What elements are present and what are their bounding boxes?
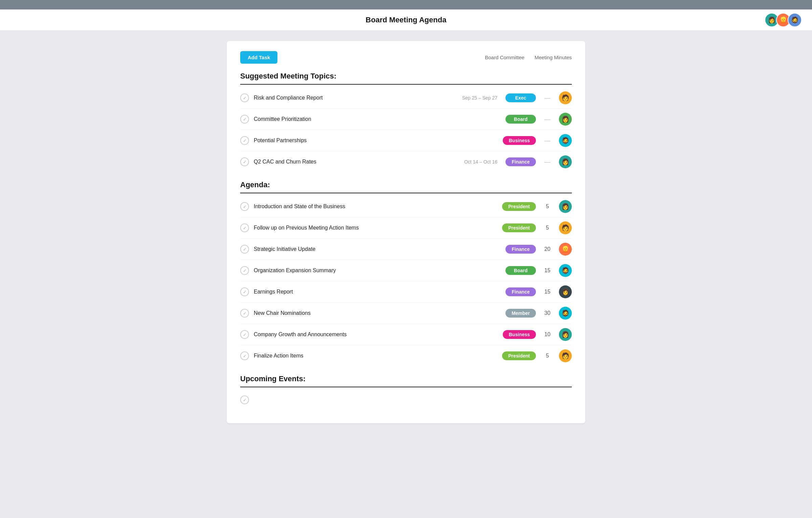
suggested-row-4: ✓ Q2 CAC and Churn Rates Oct 14 – Oct 16… xyxy=(240,151,572,172)
agenda-row-7: ✓ Company Growth and Announcements Busin… xyxy=(240,324,572,345)
task-avatar-3[interactable]: 🧔 xyxy=(559,134,572,147)
agenda-avatar-4[interactable]: 🧔 xyxy=(559,264,572,277)
agenda-name-3: Strategic Initiative Update xyxy=(254,246,501,252)
tag-business-3: Business xyxy=(503,136,536,145)
agenda-name-6: New Chair Nominations xyxy=(254,310,501,316)
agenda-tag-4: Board xyxy=(505,266,536,275)
agenda-minutes-8: 5 xyxy=(541,353,554,359)
agenda-check-2[interactable]: ✓ xyxy=(240,223,249,232)
upcoming-title: Upcoming Events: xyxy=(240,374,572,383)
agenda-row-8: ✓ Finalize Action Items President 5 🧑 xyxy=(240,345,572,366)
agenda-row-6: ✓ New Chair Nominations Member 30 🧔 xyxy=(240,303,572,324)
agenda-minutes-6: 30 xyxy=(541,310,554,316)
task-date-4: Oct 14 – Oct 16 xyxy=(450,159,497,165)
task-date-1: Sep 25 – Sep 27 xyxy=(450,95,497,101)
agenda-divider xyxy=(240,193,572,193)
upcoming-section: Upcoming Events: ✓ xyxy=(240,374,572,410)
agenda-minutes-1: 5 xyxy=(541,203,554,210)
agenda-avatar-5[interactable]: 👩 xyxy=(559,285,572,298)
agenda-name-8: Finalize Action Items xyxy=(254,353,497,359)
agenda-avatar-7[interactable]: 👩 xyxy=(559,328,572,341)
card-header: Add Task Board Committee Meeting Minutes xyxy=(240,51,572,64)
agenda-section: Agenda: ✓ Introduction and State of the … xyxy=(240,180,572,366)
suggested-row-2: ✓ Committee Prioritization Board — 👩 xyxy=(240,109,572,130)
task-dash-1: — xyxy=(541,94,554,102)
task-dash-3: — xyxy=(541,137,554,144)
tag-exec-1: Exec xyxy=(505,93,536,102)
nav-board-committee[interactable]: Board Committee xyxy=(485,55,524,60)
agenda-check-8[interactable]: ✓ xyxy=(240,351,249,360)
upcoming-divider xyxy=(240,387,572,387)
agenda-minutes-3: 20 xyxy=(541,246,554,252)
agenda-avatar-6[interactable]: 🧔 xyxy=(559,307,572,320)
check-icon-2[interactable]: ✓ xyxy=(240,115,249,124)
nav-meeting-minutes[interactable]: Meeting Minutes xyxy=(535,55,572,60)
agenda-check-3[interactable]: ✓ xyxy=(240,245,249,254)
avatar-3[interactable]: 🧔 xyxy=(788,13,802,27)
suggested-divider xyxy=(240,84,572,85)
top-bar xyxy=(0,0,812,9)
tag-board-2: Board xyxy=(505,115,536,124)
task-name-2: Committee Prioritization xyxy=(254,116,445,122)
agenda-avatar-1[interactable]: 👩 xyxy=(559,200,572,213)
agenda-minutes-5: 15 xyxy=(541,289,554,295)
agenda-avatar-2[interactable]: 🧑 xyxy=(559,221,572,234)
task-name-4: Q2 CAC and Churn Rates xyxy=(254,159,445,165)
agenda-minutes-7: 10 xyxy=(541,331,554,338)
check-icon-4[interactable]: ✓ xyxy=(240,157,249,166)
agenda-check-6[interactable]: ✓ xyxy=(240,309,249,318)
suggested-title: Suggested Meeting Topics: xyxy=(240,72,572,81)
upcoming-check-placeholder[interactable]: ✓ xyxy=(240,395,249,404)
agenda-tag-1: President xyxy=(502,202,536,211)
task-name-1: Risk and Compliance Report xyxy=(254,95,445,101)
agenda-row-4: ✓ Organization Expansion Summary Board 1… xyxy=(240,260,572,281)
agenda-row-3: ✓ Strategic Initiative Update Finance 20… xyxy=(240,239,572,260)
agenda-minutes-4: 15 xyxy=(541,267,554,274)
add-task-button[interactable]: Add Task xyxy=(240,51,277,64)
upcoming-placeholder-row: ✓ xyxy=(240,390,572,410)
task-dash-4: — xyxy=(541,158,554,166)
agenda-avatar-8[interactable]: 🧑 xyxy=(559,349,572,362)
agenda-tag-5: Finance xyxy=(505,287,536,296)
agenda-check-4[interactable]: ✓ xyxy=(240,266,249,275)
nav-links: Board Committee Meeting Minutes xyxy=(485,55,572,60)
agenda-name-4: Organization Expansion Summary xyxy=(254,267,501,274)
agenda-tag-2: President xyxy=(502,223,536,232)
agenda-row-1: ✓ Introduction and State of the Business… xyxy=(240,196,572,217)
task-avatar-1[interactable]: 🧑 xyxy=(559,91,572,104)
main-content: Add Task Board Committee Meeting Minutes… xyxy=(220,41,592,423)
agenda-avatar-3[interactable]: 👱 xyxy=(559,243,572,256)
check-icon-1[interactable]: ✓ xyxy=(240,93,249,102)
agenda-row-5: ✓ Earnings Report Finance 15 👩 xyxy=(240,281,572,303)
agenda-name-2: Follow up on Previous Meeting Action Ite… xyxy=(254,225,497,231)
task-name-3: Potential Partnerships xyxy=(254,137,443,144)
check-icon-3[interactable]: ✓ xyxy=(240,136,249,145)
agenda-title: Agenda: xyxy=(240,180,572,189)
agenda-row-2: ✓ Follow up on Previous Meeting Action I… xyxy=(240,217,572,239)
agenda-name-7: Company Growth and Announcements xyxy=(254,331,498,338)
task-avatar-4[interactable]: 👩 xyxy=(559,155,572,168)
agenda-check-1[interactable]: ✓ xyxy=(240,202,249,211)
task-avatar-2[interactable]: 👩 xyxy=(559,113,572,126)
task-dash-2: — xyxy=(541,116,554,123)
agenda-name-5: Earnings Report xyxy=(254,289,501,295)
suggested-row-1: ✓ Risk and Compliance Report Sep 25 – Se… xyxy=(240,87,572,109)
header: Board Meeting Agenda 👩 👱 🧔 xyxy=(0,9,812,31)
agenda-tag-6: Member xyxy=(505,309,536,318)
agenda-check-5[interactable]: ✓ xyxy=(240,287,249,296)
page-title: Board Meeting Agenda xyxy=(366,16,447,24)
agenda-tag-3: Finance xyxy=(505,245,536,254)
agenda-minutes-2: 5 xyxy=(541,225,554,231)
agenda-name-1: Introduction and State of the Business xyxy=(254,203,497,210)
agenda-tag-7: Business xyxy=(503,330,536,339)
agenda-check-7[interactable]: ✓ xyxy=(240,330,249,339)
main-card: Add Task Board Committee Meeting Minutes… xyxy=(227,41,585,423)
tag-finance-4: Finance xyxy=(505,157,536,166)
suggested-row-3: ✓ Potential Partnerships Business — 🧔 xyxy=(240,130,572,151)
agenda-tag-8: President xyxy=(502,351,536,360)
suggested-section: Suggested Meeting Topics: ✓ Risk and Com… xyxy=(240,72,572,172)
header-avatars: 👩 👱 🧔 xyxy=(765,13,802,27)
